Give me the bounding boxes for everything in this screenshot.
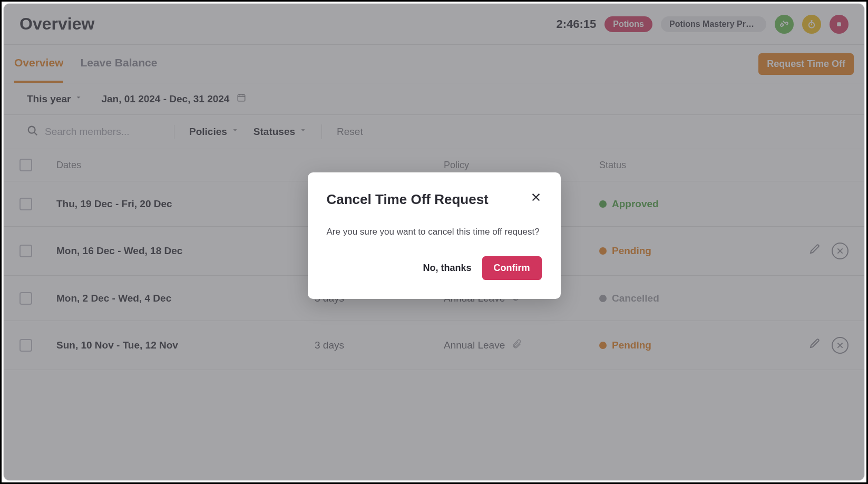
modal-cancel-button[interactable]: No, thanks (423, 263, 471, 274)
cancel-request-modal: Cancel Time Off Request Are you sure you… (308, 172, 561, 299)
modal-title: Cancel Time Off Request (327, 191, 489, 208)
modal-header: Cancel Time Off Request (327, 191, 542, 208)
modal-close-button[interactable] (530, 191, 542, 205)
modal-overlay[interactable]: Cancel Time Off Request Are you sure you… (4, 4, 864, 480)
modal-body: Are you sure you want to cancel this tim… (327, 227, 542, 237)
modal-confirm-button[interactable]: Confirm (482, 256, 542, 280)
modal-actions: No, thanks Confirm (327, 256, 542, 280)
close-icon (530, 191, 542, 203)
